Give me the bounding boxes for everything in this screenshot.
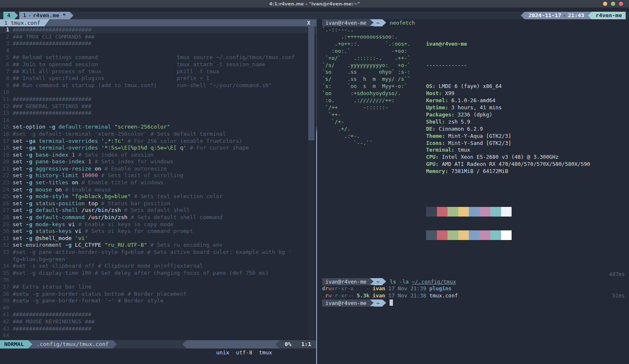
palette-swatch	[480, 230, 491, 240]
tmux-window-name: r4ven.me *	[33, 12, 65, 19]
palette-swatch	[458, 207, 469, 217]
code-line[interactable]: 24set -g mouse on # Enable mouse	[0, 186, 316, 194]
prompt-user-segment: ivan@r4ven-me	[322, 278, 370, 285]
editor-scrollbar[interactable]	[308, 26, 314, 349]
file-name[interactable]: plugins	[426, 285, 451, 292]
line-number: 3	[0, 40, 13, 47]
terminal-pane[interactable]: ivan@r4ven-me ~ neofetch `.-::---.. .:++…	[317, 19, 629, 364]
code-line[interactable]: 18set -ga terminal-overrides '*:Ss=\E[%p…	[0, 145, 316, 152]
code-line[interactable]: 17set -ga terminal-overrides ',*:Tc' # F…	[0, 138, 316, 145]
code-line[interactable]: 43########################	[0, 325, 316, 333]
prompt-line-1: ivan@r4ven-me ~ neofetch	[322, 19, 625, 26]
prompt-line-2: ivan@r4ven-me ~ ls -la ~/.config/tmux	[322, 278, 625, 285]
vim-buffer-tab[interactable]: 1 tmux.conf	[0, 19, 44, 26]
code-line[interactable]: 34#set -s set-clipboard off # Clipboard …	[0, 263, 316, 270]
code-line[interactable]: 8## Install specified plugins prefix + I	[0, 75, 316, 82]
code-line[interactable]: 25set -g mode-style "fg=black,bg=blue" #…	[0, 193, 316, 200]
line-number: 34	[0, 263, 13, 270]
buffer-close-button[interactable]: X	[307, 19, 310, 26]
code-line[interactable]: 29set -g mode-keys vi # Enable vi keys i…	[0, 221, 316, 228]
palette-swatch	[447, 230, 458, 240]
code-line[interactable]: 33#set -g pane-active-border-style fg=bl…	[0, 249, 316, 256]
line-number: 15	[0, 124, 13, 131]
chevron-left-icon: ‹	[561, 12, 568, 19]
code-line[interactable]: 31set -g @shell_mode 'vi'	[0, 235, 316, 242]
code-line[interactable]: 14	[0, 117, 316, 124]
code-line[interactable]: 4	[0, 47, 316, 54]
palette-swatch	[437, 207, 448, 217]
palette-swatch	[469, 207, 480, 217]
close-icon[interactable]	[619, 2, 623, 6]
code-line[interactable]: 44	[0, 332, 316, 339]
code-line[interactable]: 9## Run command at startup (add to tmux.…	[0, 82, 316, 89]
scroll-percent: 0%	[280, 340, 296, 349]
code-line[interactable]: 2### TMUX CLI COMMANDS ###	[0, 34, 316, 41]
code-line[interactable]: 10	[0, 89, 316, 96]
code-line[interactable]: 1########################	[0, 26, 316, 34]
code-line[interactable]: 7## Kill all process of tmux pkill -f tm…	[0, 68, 316, 75]
window-controls	[603, 2, 623, 6]
powerline-arrow	[370, 19, 374, 26]
line-number: 37	[0, 284, 13, 291]
line-number	[0, 256, 13, 263]
code-line[interactable]: 23set -g set-titles on # Enable title of…	[0, 179, 316, 186]
tmux-session-name[interactable]: 4	[3, 12, 14, 19]
line-number: 35	[0, 270, 13, 277]
code-line[interactable]: 26set -g status-position top # Status ba…	[0, 200, 316, 207]
line-number: 42	[0, 318, 13, 325]
neofetch-info-row: Shell: zsh 5.9	[426, 119, 590, 126]
palette-swatch	[490, 230, 501, 240]
code-line[interactable]: 3########################	[0, 40, 316, 47]
code-line[interactable]: 22set -g history-limit 10000 # Sets limi…	[0, 172, 316, 179]
code-line[interactable]: 35#set -g display-time 100 # Set deley a…	[0, 270, 316, 277]
line-number: 8	[0, 75, 13, 82]
code-line[interactable]: 40	[0, 305, 316, 312]
line-number: 30	[0, 228, 13, 235]
palette-swatch	[458, 230, 469, 240]
code-line[interactable]: 13########################	[0, 110, 316, 117]
code-line[interactable]: 15set-option -g default-terminal "screen…	[0, 124, 316, 131]
neofetch-separator: -------------	[426, 62, 467, 68]
chevron-left-icon: ‹	[229, 349, 236, 356]
code-line[interactable]: 36	[0, 276, 316, 284]
code-line[interactable]: 21set -g aggressive-resize on # Enable a…	[0, 165, 316, 173]
file-row[interactable]: drwxr-xr-x - ivan 17 Nov 21:39 plugins	[322, 285, 625, 292]
line-number: 38	[0, 291, 13, 298]
powerline-arrow	[28, 340, 32, 349]
code-line[interactable]: 19set -g base-index 1 # Sets index of se…	[0, 152, 316, 159]
code-line[interactable]: 11########################	[0, 96, 316, 103]
minimize-icon[interactable]	[603, 2, 607, 6]
code-line[interactable]: 38#setw -g pane-border-status bottom # B…	[0, 291, 316, 298]
maximize-icon[interactable]	[611, 2, 615, 6]
line-number: 26	[0, 200, 13, 207]
terminal-cursor[interactable]	[390, 299, 393, 306]
code-line[interactable]: 39#setw -g pane-border-format '─' # Bord…	[0, 297, 316, 305]
file-name[interactable]: tmux.conf	[426, 292, 457, 299]
file-row[interactable]: .rw-r-xr-- 5.3k ivan 17 Nov 21:38 tmux.c…	[322, 292, 625, 299]
vim-pane[interactable]: 1 tmux.conf X 1########################2…	[0, 19, 316, 364]
code-line[interactable]: 20set -g pane-base-index 1 # Sets index …	[0, 158, 316, 165]
palette-swatch	[469, 230, 480, 240]
neofetch-info-row: Theme: Mint-Y-Aqua [GTK2/3]	[426, 133, 590, 140]
palette-swatch	[426, 207, 437, 217]
line-number: 9	[0, 82, 13, 89]
code-line[interactable]: fg=blue,bg=green'	[0, 256, 316, 263]
code-line[interactable]: 28set -g default-command /usr/bin/zsh # …	[0, 214, 316, 221]
palette-swatch	[501, 230, 512, 240]
scrollbar-thumb[interactable]	[308, 26, 314, 140]
code-line[interactable]: 30set -g status-keys vi # Sets vi keys f…	[0, 228, 316, 235]
code-line[interactable]: 32set-environment -g LC_CTYPE "ru_RU.UTF…	[0, 242, 316, 249]
tmux-window-tab[interactable]: 1 › r4ven.me *	[19, 12, 70, 19]
code-line[interactable]: 42### MOUSE KEYBINDINGS ###	[0, 318, 316, 325]
tmux-date: 2024-11-17	[528, 12, 561, 19]
tmux-window-index: 1	[23, 12, 26, 19]
code-line[interactable]: 27set -g default-shell /usr/bin/zsh # Se…	[0, 207, 316, 214]
code-line[interactable]: 6## Join to openned session tmux attach …	[0, 61, 316, 68]
code-line[interactable]: 37## Extra status bar line	[0, 284, 316, 291]
code-line[interactable]: 5## Reload settings command tmux source …	[0, 54, 316, 61]
code-line[interactable]: 12### GENERAL SETTINGS ###	[0, 103, 316, 110]
prompt-dir-segment: ~	[374, 299, 383, 307]
code-line[interactable]: 16#set -g default-terminal 'xterm-256col…	[0, 131, 316, 138]
prompt-dir-segment: ~	[374, 278, 383, 285]
code-line[interactable]: 41########################	[0, 311, 316, 318]
